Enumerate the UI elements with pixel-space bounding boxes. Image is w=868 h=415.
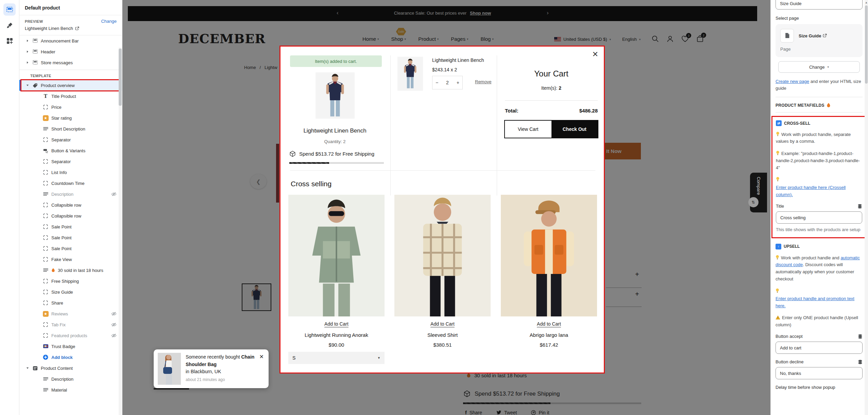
modal-shipping-progress	[289, 162, 384, 164]
chevron-right-icon[interactable]	[26, 50, 29, 53]
theme-settings-rail-button[interactable]	[3, 19, 16, 31]
sidebar-item-share[interactable]: Share	[19, 297, 122, 308]
template-label: TEMPLATE	[19, 72, 122, 80]
change-page-button[interactable]: Change ▾	[778, 61, 860, 73]
cross-sell-product-name[interactable]: Sleeved Shirt	[394, 332, 491, 338]
button-decline-input[interactable]	[776, 367, 863, 379]
cross-sell-product-image[interactable]	[394, 195, 491, 316]
sidebar-item-header[interactable]: Header	[19, 46, 122, 57]
sidebar-item-label: Material	[51, 387, 67, 393]
sidebar-item-product-overview[interactable]: Product overview	[19, 80, 122, 91]
sidebar-item-countdown-time[interactable]: Countdown Time	[19, 178, 122, 189]
check-out-button[interactable]: Check Out	[551, 121, 598, 138]
sidebar-item-separator[interactable]: Separator	[19, 156, 122, 167]
change-preview-link[interactable]: Change	[101, 19, 117, 24]
chevron-down-icon: ▾	[828, 65, 829, 69]
sidebar-item-button-variants[interactable]: Button & Variants	[19, 145, 122, 156]
compare-tab[interactable]: Compare ⇄	[750, 173, 767, 212]
sidebar-item-tab-fix[interactable]: Tab Fix	[19, 319, 122, 330]
cross-sell-tip	[776, 176, 862, 183]
star-icon: ★	[42, 311, 49, 317]
upsell-enter-note: Enter product handle and promotion text …	[776, 295, 863, 310]
increase-quantity-button[interactable]: +	[457, 80, 459, 85]
sidebar-item-material[interactable]: Material	[19, 384, 122, 395]
hidden-eye-icon[interactable]	[111, 312, 117, 316]
sidebar-item-sale-point[interactable]: Sale Point	[19, 221, 122, 232]
template-title: Default product	[19, 0, 122, 15]
sidebar-item-description[interactable]: Description	[19, 374, 122, 384]
sidebar-item-star-rating[interactable]: ★Star rating	[19, 113, 122, 123]
enter-product-handle-link[interactable]: Enter product handle here (Crossell colu…	[776, 185, 846, 197]
modal-shipping-row: Spend $513.72 for Free Shipping	[289, 151, 374, 157]
sidebar-item-label: Countdown Time	[51, 181, 85, 186]
chevron-down-icon[interactable]	[26, 84, 29, 87]
sidebar-item-price[interactable]: Price	[19, 102, 122, 113]
sidebar-item-30-sold-in-last-18-hours[interactable]: 30 sold in last 18 hours	[19, 265, 122, 276]
sidebar-item-label: Collapsible row	[51, 213, 81, 219]
sidebar-item-trust-badge[interactable]: Trust Badge	[19, 341, 122, 352]
sidebar-item-short-description[interactable]: Short Description	[19, 123, 122, 134]
cross-sell-card-abrigo-largo-lana: Add to CartAbrigo largo lana$617.42	[501, 195, 597, 348]
store-preview: ‹ Clearance Sale: Our best prices everSh…	[122, 0, 772, 415]
settings-scrollbar-thumb[interactable]	[865, 5, 868, 84]
cross-sell-product-name[interactable]: Abrigo largo lana	[501, 332, 597, 338]
sidebar-item-label: 30 sold in last 18 hours	[58, 268, 103, 273]
cross-sell-tip: Work with product handle, separate value…	[776, 131, 862, 145]
preview-product-name[interactable]: Lightweight Linen Bench	[25, 26, 73, 31]
hidden-eye-icon[interactable]	[111, 333, 117, 338]
chevron-down-icon[interactable]	[26, 367, 29, 369]
section-title-input[interactable]	[776, 0, 863, 10]
add-to-cart-link[interactable]: Add to Cart	[324, 321, 348, 327]
sidebar-item-reviews[interactable]: ★Reviews	[19, 308, 122, 319]
add-to-cart-link[interactable]: Add to Cart	[537, 321, 561, 327]
button-accept-input[interactable]	[776, 342, 863, 354]
dynamic-source-icon[interactable]	[858, 334, 863, 339]
sidebar-item-description[interactable]: Description	[19, 189, 122, 200]
star-icon: ★	[42, 115, 49, 121]
cross-sell-product-name[interactable]: Lightweight Running Anorak	[288, 332, 385, 338]
selected-page-link[interactable]: Size Guide	[799, 33, 827, 38]
apps-rail-button[interactable]	[3, 35, 16, 47]
chevron-right-icon[interactable]	[26, 61, 29, 64]
scroll-up-icon[interactable]: ▲	[865, 1, 868, 4]
sections-rail-button[interactable]	[3, 3, 16, 16]
sidebar-item-free-shipping[interactable]: Free Shipping	[19, 276, 122, 287]
sidebar-item-separator[interactable]: Separator	[19, 134, 122, 145]
notification-close-icon[interactable]: ✕	[259, 353, 264, 360]
cross-sell-product-image[interactable]	[288, 195, 385, 316]
cross-sell-product-image[interactable]	[501, 195, 597, 316]
sidebar-item-announcement-bar[interactable]: Announcement Bar	[19, 35, 122, 46]
quantity-stepper[interactable]: − 2 +	[432, 76, 463, 89]
add-to-cart-link[interactable]: Add to Cart	[430, 321, 455, 327]
enter-promotion-link[interactable]: Enter product handle and promotion text …	[776, 296, 854, 308]
sidebar-item-featured-products[interactable]: Featured products	[19, 330, 122, 341]
hidden-eye-icon[interactable]	[111, 323, 117, 327]
compare-badge-icon: ⇄	[748, 197, 759, 207]
modal-close-icon[interactable]: ✕	[592, 50, 598, 59]
create-new-page-link[interactable]: Create new page	[776, 79, 809, 84]
view-cart-button[interactable]: View Cart	[505, 121, 551, 138]
dynamic-source-icon[interactable]	[858, 360, 863, 364]
sidebar-item-title-product[interactable]: TTitle Product	[19, 91, 122, 102]
decrease-quantity-button[interactable]: −	[436, 80, 438, 85]
chevron-right-icon[interactable]	[26, 39, 29, 42]
sidebar-item-sale-point[interactable]: Sale Point	[19, 232, 122, 243]
sidebar-item-collapsible-row[interactable]: Collapsible row	[19, 210, 122, 221]
sidebar-scrollbar-thumb[interactable]	[119, 49, 122, 106]
sidebar-item-add-block[interactable]: Add block	[19, 352, 122, 363]
sidebar-item-product-content[interactable]: Product Content	[19, 363, 122, 374]
hidden-eye-icon[interactable]	[111, 192, 117, 196]
sidebar-item-fake-view[interactable]: Fake View	[19, 254, 122, 265]
size-select[interactable]: S▼	[288, 352, 385, 364]
sidebar-item-list-info[interactable]: List Info	[19, 167, 122, 178]
selected-page-card: Size Guide Page	[776, 24, 863, 57]
sidebar-item-sale-point[interactable]: Sale Point	[19, 243, 122, 254]
dynamic-source-icon[interactable]	[857, 204, 862, 209]
external-link-icon[interactable]	[75, 27, 79, 31]
sidebar-item-collapsible-row[interactable]: Collapsible row	[19, 200, 122, 210]
sidebar-item-size-guide[interactable]: Size Guide	[19, 287, 122, 297]
remove-item-link[interactable]: Remove	[475, 79, 491, 84]
cross-sell-title-input[interactable]	[776, 211, 862, 224]
sidebar-item-label: Header	[41, 49, 55, 54]
sidebar-item-store-messages[interactable]: Store messages	[19, 57, 122, 68]
